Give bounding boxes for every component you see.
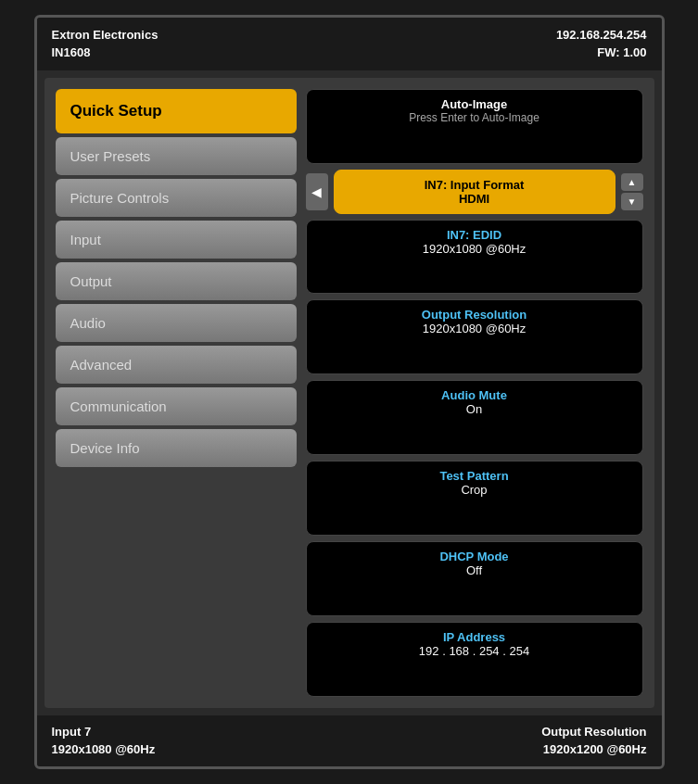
footer-input-label: Input 7 [52, 723, 156, 741]
header-right: 192.168.254.254 FW: 1.00 [556, 27, 647, 60]
nav-item-communication[interactable]: Communication [56, 387, 297, 425]
brand-name: Extron Electronics [52, 27, 159, 44]
footer-output-res: 1920x1200 @60Hz [541, 740, 646, 759]
nav-item-output[interactable]: Output [56, 262, 297, 300]
input-format-label: IN7: Input Format [346, 178, 603, 192]
dhcp-mode-box[interactable]: DHCP Mode Off [306, 541, 643, 616]
nav-item-advanced[interactable]: Advanced [56, 346, 297, 384]
output-resolution-box[interactable]: Output Resolution 1920x1080 @60Hz [306, 299, 643, 374]
model-name: IN1608 [52, 44, 159, 61]
audio-mute-box[interactable]: Audio Mute On [306, 380, 643, 455]
input-format-box[interactable]: IN7: Input Format HDMI [334, 170, 616, 214]
right-panel: Auto-Image Press Enter to Auto-Image ◀ I… [297, 89, 643, 697]
test-pattern-box[interactable]: Test Pattern Crop [306, 461, 643, 536]
edid-label: IN7: EDID [318, 228, 631, 242]
nav-item-picture-controls[interactable]: Picture Controls [56, 179, 297, 217]
main-content: Quick Setup User Presets Picture Control… [44, 78, 654, 708]
ip-address-label: IP Address [318, 630, 631, 644]
test-pattern-value: Crop [318, 483, 631, 497]
nav-item-user-presets[interactable]: User Presets [56, 137, 297, 175]
footer-input-res: 1920x1080 @60Hz [52, 740, 156, 759]
header: Extron Electronics IN1608 192.168.254.25… [37, 18, 662, 70]
footer-output-label: Output Resolution [541, 723, 646, 741]
ip-address-box[interactable]: IP Address 192 . 168 . 254 . 254 [306, 622, 643, 697]
header-left: Extron Electronics IN1608 [52, 27, 159, 60]
auto-image-subtitle: Press Enter to Auto-Image [318, 111, 631, 124]
nav-item-quick-setup[interactable]: Quick Setup [56, 89, 297, 133]
firmware-version: FW: 1.00 [556, 44, 647, 61]
auto-image-title: Auto-Image [318, 97, 631, 111]
ip-address-header: 192.168.254.254 [556, 27, 647, 44]
audio-mute-value: On [318, 402, 631, 416]
nav-item-device-info[interactable]: Device Info [56, 429, 297, 467]
footer: Input 7 1920x1080 @60Hz Output Resolutio… [37, 715, 662, 766]
input-format-down-arrow[interactable]: ▼ [621, 193, 643, 210]
input-format-row: ◀ IN7: Input Format HDMI ▲ ▼ [306, 170, 643, 214]
output-resolution-value: 1920x1080 @60Hz [318, 322, 631, 335]
dhcp-mode-label: DHCP Mode [318, 550, 631, 563]
edid-box[interactable]: IN7: EDID 1920x1080 @60Hz [306, 220, 643, 295]
dhcp-mode-value: Off [318, 563, 631, 577]
nav-item-input[interactable]: Input [56, 221, 297, 259]
auto-image-box[interactable]: Auto-Image Press Enter to Auto-Image [306, 89, 643, 164]
output-resolution-label: Output Resolution [318, 308, 631, 322]
footer-left: Input 7 1920x1080 @60Hz [52, 723, 156, 759]
device-frame: Extron Electronics IN1608 192.168.254.25… [34, 15, 665, 768]
test-pattern-label: Test Pattern [318, 469, 631, 483]
left-panel: Quick Setup User Presets Picture Control… [56, 89, 297, 697]
input-format-up-arrow[interactable]: ▲ [621, 173, 643, 191]
ip-address-value: 192 . 168 . 254 . 254 [318, 644, 631, 658]
edid-value: 1920x1080 @60Hz [318, 242, 631, 256]
input-format-left-arrow[interactable]: ◀ [306, 173, 328, 210]
nav-item-audio[interactable]: Audio [56, 304, 297, 342]
audio-mute-label: Audio Mute [318, 388, 631, 402]
input-format-value: HDMI [346, 192, 603, 206]
footer-right: Output Resolution 1920x1200 @60Hz [541, 723, 646, 759]
